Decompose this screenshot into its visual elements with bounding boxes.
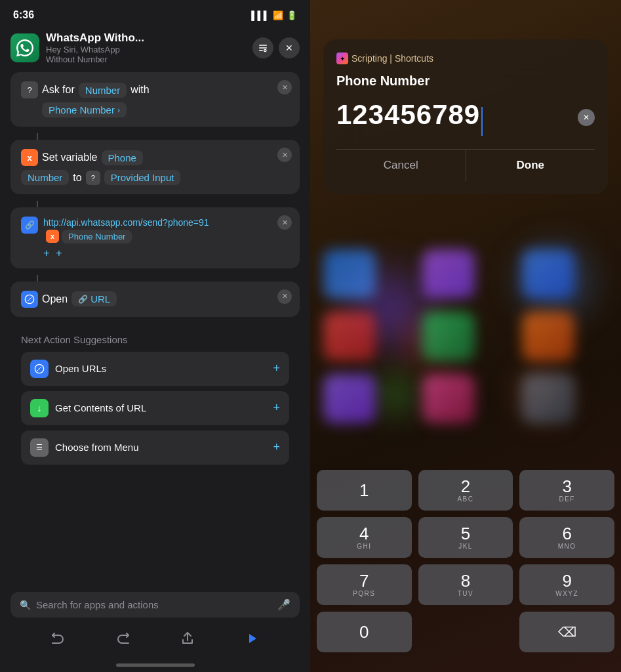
menu-suggestion-icon: ☰ [30, 438, 49, 457]
scripting-label: Scripting | Shortcuts [351, 53, 433, 64]
suggestion-choose-menu-plus[interactable]: + [273, 440, 280, 454]
scripting-icon: ✦ [336, 52, 348, 64]
keypad: 1 2 ABC 3 DEF 4 GHI 5 JKL 6 MNO [317, 470, 614, 652]
to-text: to [73, 172, 81, 184]
app-icon-blur-5 [422, 312, 475, 361]
suggestion-open-urls-label: Open URLs [55, 363, 266, 374]
key-4[interactable]: 4 GHI [317, 517, 412, 558]
key-5[interactable]: 5 JKL [418, 517, 513, 558]
close-action2-button[interactable]: ✕ [277, 148, 292, 162]
suggestion-open-urls-plus[interactable]: + [273, 362, 280, 375]
battery-icon: 🔋 [287, 10, 297, 20]
suggestion-get-contents[interactable]: ↓ Get Contents of URL + [21, 391, 289, 425]
key-1[interactable]: 1 [317, 470, 412, 511]
suggestions-title: Next Action Suggestions [21, 334, 289, 345]
play-button[interactable] [244, 631, 260, 650]
search-placeholder: Search for apps and actions [36, 599, 272, 610]
mic-icon[interactable]: 🎤 [277, 598, 290, 611]
key-empty [418, 612, 513, 652]
dialog-actions: Cancel Done [336, 149, 595, 181]
cancel-button[interactable]: Cancel [336, 150, 466, 181]
keypad-grid: 1 2 ABC 3 DEF 4 GHI 5 JKL 6 MNO [317, 470, 614, 605]
close-button[interactable]: ✕ [279, 37, 300, 58]
bottom-toolbar [0, 623, 310, 663]
undo-button[interactable] [50, 631, 66, 650]
share-button[interactable] [180, 631, 195, 650]
shortcut-info: WhatsApp Witho... Hey Siri, WhatsApp Wit… [46, 32, 246, 64]
redo-button[interactable] [115, 631, 130, 650]
phone-number-url-tag[interactable]: Phone Number [62, 230, 132, 243]
app-icon-blur-8 [422, 374, 475, 423]
download-suggestion-icon: ↓ [30, 399, 49, 417]
dialog-header: ✦ Scripting | Shortcuts [336, 52, 595, 64]
suggestion-choose-menu-label: Choose from Menu [55, 442, 266, 453]
app-grid-blur [323, 249, 608, 423]
provided-input-tag[interactable]: Provided Input [104, 170, 181, 185]
whatsapp-app-icon [10, 33, 39, 62]
ask-text: Ask for [42, 84, 75, 96]
search-bar[interactable]: 🔍 Search for apps and actions 🎤 [10, 592, 300, 618]
suggestion-open-urls[interactable]: Open URLs + [21, 352, 289, 386]
app-icon-blur-4 [323, 312, 376, 361]
key-9[interactable]: 9 WXYZ [519, 564, 614, 605]
shortcut-subtitle1: Hey Siri, WhatsApp [46, 45, 246, 54]
key-8[interactable]: 8 TUV [418, 564, 513, 605]
keypad-last-row: 0 ⌫ [317, 612, 614, 652]
status-bar: 6:36 ▌▌▌ 📶 🔋 [0, 0, 310, 26]
key-0[interactable]: 0 [317, 612, 412, 652]
search-icon: 🔍 [20, 600, 31, 610]
link-icon: 🔗 [21, 217, 38, 234]
connector1 [37, 133, 38, 140]
with-text: with [130, 84, 149, 96]
url-tag[interactable]: 🔗 URL [71, 291, 117, 306]
app-icon-blur-9 [522, 374, 574, 423]
shortcut-title: WhatsApp Witho... [46, 32, 203, 45]
key-3[interactable]: 3 DEF [519, 470, 614, 511]
done-button[interactable]: Done [466, 150, 595, 181]
close-action1-button[interactable]: ✕ [277, 80, 292, 94]
app-icon-blur-3 [522, 249, 574, 299]
key-6[interactable]: 6 MNO [519, 517, 614, 558]
signal-icon: ▌▌▌ [251, 10, 270, 20]
key-delete[interactable]: ⌫ [519, 612, 614, 652]
number-tag[interactable]: Number [79, 83, 127, 98]
number-value: 123456789 [336, 99, 480, 130]
action-ask-number[interactable]: ? Ask for Number with Phone Number › ✕ [10, 72, 300, 127]
dialog-title: Phone Number [336, 74, 595, 89]
suggestion-choose-menu[interactable]: ☰ Choose from Menu + [21, 430, 289, 465]
status-time: 6:36 [13, 9, 34, 21]
action-open-url[interactable]: Open 🔗 URL ✕ [10, 282, 300, 317]
action-set-variable[interactable]: x Set variable Phone Number to ? Provide… [10, 140, 300, 194]
suggestion-get-contents-plus[interactable]: + [273, 401, 280, 415]
app-icon-blur-6 [522, 312, 574, 361]
key-2[interactable]: 2 ABC [418, 470, 513, 511]
clear-button[interactable]: ✕ [578, 109, 595, 126]
suggestion-get-contents-label: Get Contents of URL [55, 402, 266, 413]
actions-list: ? Ask for Number with Phone Number › ✕ x… [0, 72, 310, 587]
right-panel: ✦ Scripting | Shortcuts Phone Number 123… [310, 0, 621, 672]
set-text: Set variable [42, 152, 98, 163]
plus-icon1[interactable]: + [43, 247, 49, 259]
action-url[interactable]: 🔗 http://api.whatsapp.com/send?phone=91 … [10, 207, 300, 268]
connector2 [37, 201, 38, 207]
key-7[interactable]: 7 PQRS [317, 564, 412, 605]
close-action3-button[interactable]: ✕ [277, 215, 292, 230]
app-icon-blur-7 [323, 374, 376, 423]
settings-button[interactable] [252, 37, 273, 58]
svg-point-0 [264, 49, 266, 51]
phone-number-var-tag[interactable]: Phone [102, 150, 143, 165]
scripting-badge: ✦ Scripting | Shortcuts [336, 52, 433, 64]
connector3 [37, 275, 38, 282]
safari-suggestion-icon [30, 360, 49, 378]
open-text: Open [42, 293, 68, 305]
plus-icon2[interactable]: + [56, 247, 62, 259]
shortcut-subtitle2: Without Number [46, 54, 246, 64]
app-icon-blur-1 [323, 249, 376, 299]
number-var-tag[interactable]: Number [21, 170, 69, 185]
phone-number-tag[interactable]: Phone Number › [42, 102, 127, 117]
suggestions-section: Next Action Suggestions Open URLs + ↓ Ge… [10, 324, 300, 465]
close-action4-button[interactable]: ✕ [277, 289, 292, 304]
app-icon-blur-2 [422, 249, 475, 299]
close-icon: ✕ [285, 43, 293, 53]
variable-icon: x [21, 149, 38, 166]
